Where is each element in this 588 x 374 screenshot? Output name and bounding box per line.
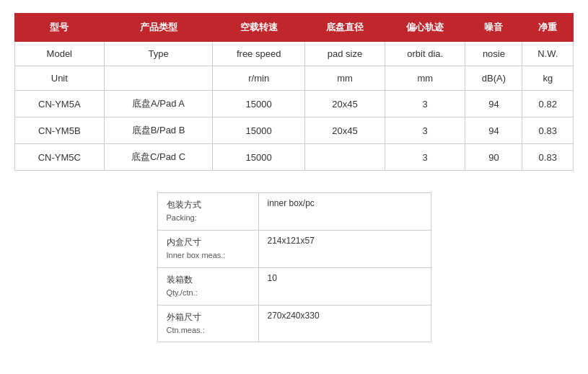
cell-model-unit: Unit	[15, 66, 105, 91]
cell-orbit-dia-unit: mm	[385, 66, 465, 91]
info-table-row: 内盒尺寸 Inner box meas.: 214x121x57	[157, 230, 431, 267]
cell-pad-size	[304, 144, 385, 171]
cell-free-speed: 15000	[213, 144, 304, 171]
info-table-row: 包装方式 Packing: inner box/pc	[157, 193, 431, 231]
cell-type: 底盘A/Pad A	[104, 91, 213, 117]
cell-model: CN-YM5B	[15, 117, 105, 144]
cell-orbit-dia: 3	[385, 144, 465, 171]
cell-model: CN-YM5C	[15, 144, 105, 171]
cell-nw: 0.83	[522, 144, 574, 171]
cell-pad-size: 20x45	[304, 91, 385, 117]
cell-model-label: Model	[15, 42, 105, 66]
table-row: CN-YM5A 底盘A/Pad A 15000 20x45 3 94 0.82	[15, 91, 574, 117]
header-noise: 噪音	[465, 14, 522, 42]
info-label: 外箱尺寸 Ctn.meas.:	[157, 305, 258, 342]
info-label-en: Packing:	[167, 212, 250, 225]
table-row-unit-label: Unit r/min mm mm dB(A) kg	[15, 66, 574, 91]
table-row-model-label: Model Type free speed pad size orbit dia…	[15, 42, 574, 66]
cell-orbit-dia: 3	[385, 117, 465, 144]
product-table: 型号 产品类型 空载转速 底盘直径 偏心轨迹 噪音 净重 Model Type …	[14, 13, 574, 171]
cell-type: 底盘C/Pad C	[104, 144, 213, 171]
info-label-cn: 外箱尺寸	[167, 311, 250, 324]
info-value: 214x121x57	[258, 230, 431, 267]
info-label-en: Inner box meas.:	[167, 249, 250, 262]
cell-orbit-dia: 3	[385, 91, 465, 117]
info-label: 内盒尺寸 Inner box meas.:	[157, 230, 258, 267]
info-table-row: 外箱尺寸 Ctn.meas.: 270x240x330	[157, 305, 431, 342]
cell-noise: 94	[465, 91, 522, 117]
cell-nw-label: N.W.	[522, 42, 574, 66]
cell-pad-size-unit: mm	[304, 66, 385, 91]
info-value: 270x240x330	[258, 305, 431, 342]
cell-nw-unit: kg	[522, 66, 574, 91]
header-nw: 净重	[522, 14, 574, 42]
info-label: 包装方式 Packing:	[157, 193, 258, 231]
cell-free-speed-unit: r/min	[213, 66, 304, 91]
info-label-cn: 内盒尺寸	[167, 236, 250, 249]
info-value: inner box/pc	[258, 193, 431, 231]
cell-model: CN-YM5A	[15, 91, 105, 117]
cell-noise: 94	[465, 117, 522, 144]
cell-type-unit	[104, 66, 213, 91]
cell-pad-size: 20x45	[304, 117, 385, 144]
info-label: 装箱数 Qty./ctn.:	[157, 267, 258, 305]
table-row: CN-YM5C 底盘C/Pad C 15000 3 90 0.83	[15, 144, 574, 171]
cell-pad-size-label: pad size	[304, 42, 385, 66]
cell-type-label: Type	[104, 42, 213, 66]
info-section: 包装方式 Packing: inner box/pc 内盒尺寸 Inner bo…	[14, 192, 574, 342]
cell-nw: 0.83	[522, 117, 574, 144]
header-model: 型号	[15, 14, 105, 42]
packing-table: 包装方式 Packing: inner box/pc 内盒尺寸 Inner bo…	[157, 192, 431, 342]
info-table-row: 装箱数 Qty./ctn.: 10	[157, 267, 431, 305]
cell-type: 底盘B/Pad B	[104, 117, 213, 144]
cell-noise: 90	[465, 144, 522, 171]
table-row: CN-YM5B 底盘B/Pad B 15000 20x45 3 94 0.83	[15, 117, 574, 144]
info-value: 10	[258, 267, 431, 305]
info-label-cn: 装箱数	[167, 273, 250, 287]
cell-nw: 0.82	[522, 91, 574, 117]
cell-free-speed-label: free speed	[213, 42, 304, 66]
info-label-cn: 包装方式	[167, 198, 250, 212]
header-orbit-dia: 偏心轨迹	[385, 14, 465, 42]
cell-free-speed: 15000	[213, 117, 304, 144]
header-pad-size: 底盘直径	[304, 14, 385, 42]
cell-orbit-dia-label: orbit dia.	[385, 42, 465, 66]
cell-free-speed: 15000	[213, 91, 304, 117]
table-header-row: 型号 产品类型 空载转速 底盘直径 偏心轨迹 噪音 净重	[15, 14, 574, 42]
header-free-speed: 空载转速	[213, 14, 304, 42]
info-label-en: Ctn.meas.:	[167, 324, 250, 337]
header-type: 产品类型	[104, 14, 213, 42]
cell-nosie-label: nosie	[465, 42, 522, 66]
info-label-en: Qty./ctn.:	[167, 287, 250, 300]
cell-nosie-unit: dB(A)	[465, 66, 522, 91]
